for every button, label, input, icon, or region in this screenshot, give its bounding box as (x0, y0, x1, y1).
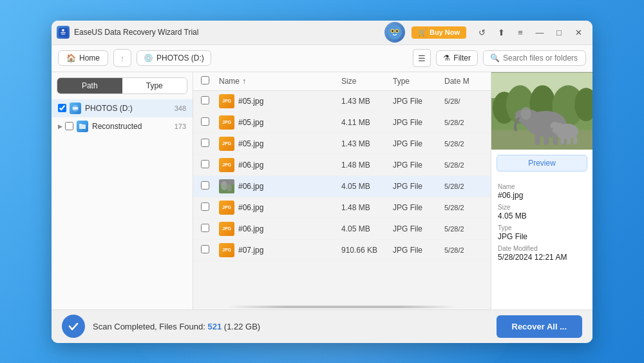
tab-type[interactable]: Type (122, 78, 187, 93)
file-date: 5/28/2 (444, 204, 483, 211)
file-type: JPG File (393, 97, 444, 106)
scan-complete-icon (62, 315, 85, 338)
svg-rect-10 (73, 107, 78, 110)
preview-name-label: Name (498, 183, 586, 190)
navbar: 🏠 Home ↑ 💿 PHOTOS (D:) ☰ ⚗ Filter 🔍 (52, 45, 592, 72)
svg-rect-36 (560, 136, 564, 144)
sidebar-tab-group: Path Type (57, 77, 187, 94)
svg-rect-3 (61, 34, 65, 35)
row-checkbox[interactable] (201, 160, 209, 168)
jpg-icon: JPG (219, 201, 234, 215)
svg-rect-11 (79, 124, 86, 129)
row-checkbox[interactable] (201, 181, 209, 190)
file-type: JPG File (393, 161, 444, 170)
rotate-icon-btn[interactable]: ↺ (473, 23, 491, 41)
file-size: 4.11 MB (341, 118, 393, 127)
tab-path[interactable]: Path (57, 78, 122, 93)
file-area: Name ↑ Size Type Date M JPG #05.jpg 1.43… (193, 72, 491, 309)
sidebar-item-photos-count: 348 (175, 104, 186, 112)
jpg-icon: JPG (219, 243, 234, 257)
app-window: EaseUS Data Recovery Wizard Trial 🛒 Buy … (52, 21, 592, 343)
user-avatar (384, 22, 405, 43)
file-name: #07.jpg (238, 246, 263, 255)
row-checkbox[interactable] (201, 96, 209, 104)
filter-button[interactable]: ⚗ Filter (436, 50, 478, 66)
sidebar-item-photos[interactable]: PHOTOS (D:) 348 (52, 99, 193, 117)
preview-size-value: 4.05 MB (498, 211, 586, 221)
svg-rect-30 (544, 133, 549, 144)
main-content: Path Type PHOTOS (D:) 348 ▶ Reconstructe… (52, 72, 592, 309)
window-controls: ↺ ⬆ ≡ — □ ✕ (473, 23, 587, 41)
buy-now-button[interactable]: 🛒 Buy Now (412, 26, 466, 39)
table-row[interactable]: JPG #06.jpg 1.48 MB JPG File 5/28/2 (193, 155, 491, 176)
table-row[interactable]: JPG #06.jpg 4.05 MB JPG File 5/28/2 (193, 219, 491, 240)
menu-icon-btn[interactable]: ≡ (511, 23, 529, 41)
table-row[interactable]: JPG #05.jpg 1.43 MB JPG File 5/28/ (193, 91, 491, 112)
jpg-icon: JPG (219, 222, 234, 236)
folder-icon (77, 121, 88, 132)
file-count: 521 (207, 322, 222, 331)
svg-point-16 (227, 184, 232, 191)
preview-type-label: Type (498, 224, 586, 231)
search-bar: 🔍 (483, 50, 586, 66)
back-button[interactable]: ↑ (113, 49, 131, 67)
maximize-button[interactable]: □ (550, 23, 568, 41)
header-name: Name ↑ (219, 77, 341, 86)
file-type: JPG File (393, 246, 444, 255)
row-checkbox[interactable] (201, 245, 209, 253)
file-name: #05.jpg (238, 118, 263, 127)
drive-icon: 💿 (144, 54, 153, 63)
file-type: JPG File (393, 118, 444, 127)
jpg-icon: JPG (219, 158, 234, 172)
header-size: Size (341, 77, 393, 86)
svg-point-1 (62, 29, 64, 32)
table-row[interactable]: JPG #05.jpg 4.11 MB JPG File 5/28/2 (193, 112, 491, 133)
view-toggle-button[interactable]: ☰ (413, 49, 431, 67)
table-row[interactable]: JPG #06.jpg 1.48 MB JPG File 5/28/2 (193, 197, 491, 219)
file-name: #06.jpg (238, 161, 263, 170)
svg-rect-2 (61, 32, 66, 34)
svg-point-7 (392, 30, 393, 32)
file-type: JPG File (393, 182, 444, 191)
status-text: Scan Completed, Files Found: 521 (1.22 G… (93, 322, 260, 331)
upload-icon-btn[interactable]: ⬆ (492, 23, 510, 41)
table-row[interactable]: JPG #07.jpg 910.66 KB JPG File 5/28/2 (193, 240, 491, 261)
svg-point-28 (521, 107, 531, 120)
svg-point-4 (388, 25, 402, 39)
app-title: EaseUS Data Recovery Wizard Trial (74, 28, 384, 37)
preview-button[interactable]: Preview (497, 155, 587, 172)
home-button[interactable]: 🏠 Home (58, 50, 108, 66)
sidebar-item-reconstructed-checkbox[interactable] (65, 122, 73, 130)
cart-icon: 🛒 (418, 28, 427, 37)
file-date: 5/28/2 (444, 225, 483, 233)
close-button[interactable]: ✕ (569, 23, 587, 41)
table-row[interactable]: #06.jpg 4.05 MB JPG File 5/28/2 (193, 176, 491, 197)
sort-icon[interactable]: ↑ (242, 77, 246, 86)
row-checkbox[interactable] (201, 202, 209, 211)
sidebar-item-reconstructed[interactable]: ▶ Reconstructed 173 (52, 117, 193, 135)
expand-arrow-icon: ▶ (58, 123, 62, 130)
scroll-hint (198, 306, 486, 308)
drive-icon (70, 103, 81, 114)
row-checkbox[interactable] (201, 224, 209, 232)
row-checkbox[interactable] (201, 117, 209, 126)
app-logo (57, 26, 70, 39)
file-name: #05.jpg (238, 97, 263, 106)
search-input[interactable] (503, 54, 579, 63)
recover-all-button[interactable]: Recover All ... (497, 315, 583, 338)
file-list: JPG #05.jpg 1.43 MB JPG File 5/28/ JPG #… (193, 91, 491, 304)
svg-rect-12 (79, 124, 82, 125)
jpg-icon: JPG (219, 94, 234, 108)
file-name: #06.jpg (238, 224, 263, 233)
row-checkbox[interactable] (201, 139, 209, 147)
file-size-status: (1.22 GB) (224, 322, 260, 331)
minimize-button[interactable]: — (531, 23, 549, 41)
file-date: 5/28/ (444, 97, 483, 105)
file-size: 1.48 MB (341, 203, 393, 212)
select-all-checkbox[interactable] (201, 76, 209, 84)
sidebar-item-photos-checkbox[interactable] (58, 104, 66, 112)
table-row[interactable]: JPG #05.jpg 1.43 MB JPG File 5/28/2 (193, 133, 491, 155)
svg-rect-29 (535, 133, 540, 144)
sidebar-item-reconstructed-label: Reconstructed (92, 122, 142, 131)
sidebar: Path Type PHOTOS (D:) 348 ▶ Reconstructe… (52, 72, 193, 309)
